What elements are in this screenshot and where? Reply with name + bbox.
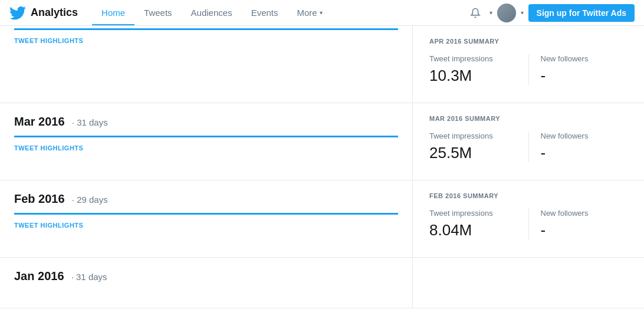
metric-followers-feb: New followers - — [528, 209, 628, 239]
summary-title-feb: FEB 2016 SUMMARY — [429, 192, 627, 199]
metric-value-impressions-feb: 8.04M — [429, 221, 517, 239]
notifications-btn[interactable] — [466, 4, 485, 22]
tweet-highlights-mar[interactable]: TWEET HIGHLIGHTS — [14, 144, 398, 152]
metrics-feb: Tweet impressions 8.04M New followers - — [429, 209, 627, 239]
month-left-feb: Feb 2016 · 29 days TWEET HIGHLIGHTS — [0, 180, 413, 257]
nav-home[interactable]: Home — [92, 1, 134, 25]
metric-value-followers-feb: - — [541, 221, 628, 239]
month-section-mar: Mar 2016 · 31 days TWEET HIGHLIGHTS MAR … — [0, 103, 644, 180]
logo[interactable]: Analytics — [9, 6, 78, 20]
nav-more[interactable]: More ▾ — [288, 1, 332, 25]
avatar[interactable] — [497, 4, 516, 22]
metric-label-followers-feb: New followers — [541, 209, 628, 218]
main-nav: Home Tweets Audiences Events More ▾ — [92, 1, 466, 25]
header-right: ▾ ▾ Sign up for Twitter Ads — [466, 4, 635, 22]
metric-followers-apr: New followers - — [528, 54, 628, 85]
metric-impressions-feb: Tweet impressions 8.04M — [429, 209, 528, 239]
metrics-mar: Tweet impressions 25.5M New followers - — [429, 131, 627, 162]
month-left-apr: TWEET HIGHLIGHTS — [0, 26, 413, 103]
brand-name: Analytics — [31, 6, 78, 19]
month-section-jan: Jan 2016 · 31 days — [0, 258, 644, 308]
metric-value-impressions-apr: 10.3M — [429, 67, 517, 85]
blue-bar-mar — [14, 136, 398, 137]
notifications-chevron-icon: ▾ — [489, 9, 492, 16]
month-right-jan — [413, 258, 644, 308]
metric-value-followers-apr: - — [541, 67, 628, 85]
metrics-apr: Tweet impressions 10.3M New followers - — [429, 54, 627, 85]
month-left-mar: Mar 2016 · 31 days TWEET HIGHLIGHTS — [0, 103, 413, 180]
metric-label-followers-mar: New followers — [541, 131, 628, 140]
blue-bar-apr — [14, 28, 398, 30]
nav-events[interactable]: Events — [242, 1, 288, 25]
more-chevron-icon: ▾ — [320, 9, 323, 16]
metric-label-impressions-apr: Tweet impressions — [429, 54, 517, 63]
tweet-highlights-apr[interactable]: TWEET HIGHLIGHTS — [14, 37, 398, 44]
metric-value-impressions-mar: 25.5M — [429, 144, 517, 162]
month-title-feb: Feb 2016 · 29 days — [14, 192, 398, 206]
month-section-feb: Feb 2016 · 29 days TWEET HIGHLIGHTS FEB … — [0, 180, 644, 258]
signup-button[interactable]: Sign up for Twitter Ads — [528, 4, 635, 22]
summary-title-mar: MAR 2016 SUMMARY — [429, 115, 627, 122]
month-right-mar: MAR 2016 SUMMARY Tweet impressions 25.5M… — [413, 103, 644, 180]
metric-label-impressions-mar: Tweet impressions — [429, 131, 517, 140]
tweet-highlights-feb[interactable]: TWEET HIGHLIGHTS — [14, 222, 398, 229]
avatar-chevron-icon: ▾ — [521, 9, 524, 16]
metric-followers-mar: New followers - — [528, 131, 628, 162]
metric-label-followers-apr: New followers — [541, 54, 628, 63]
month-right-feb: FEB 2016 SUMMARY Tweet impressions 8.04M… — [413, 180, 644, 257]
summary-title-apr: APR 2016 SUMMARY — [429, 38, 627, 45]
blue-bar-feb — [14, 213, 398, 215]
metric-impressions-mar: Tweet impressions 25.5M — [429, 131, 528, 162]
metric-impressions-apr: Tweet impressions 10.3M — [429, 54, 528, 85]
nav-audiences[interactable]: Audiences — [182, 1, 242, 25]
month-left-jan: Jan 2016 · 31 days — [0, 258, 413, 308]
month-title-mar: Mar 2016 · 31 days — [14, 115, 398, 129]
avatar-image — [497, 4, 516, 22]
month-title-jan: Jan 2016 · 31 days — [14, 269, 398, 283]
header: Analytics Home Tweets Audiences Events M… — [0, 0, 644, 26]
nav-tweets[interactable]: Tweets — [134, 1, 182, 25]
month-right-apr: APR 2016 SUMMARY Tweet impressions 10.3M… — [413, 26, 644, 103]
month-section-apr: TWEET HIGHLIGHTS APR 2016 SUMMARY Tweet … — [0, 26, 644, 103]
main-content: TWEET HIGHLIGHTS APR 2016 SUMMARY Tweet … — [0, 26, 644, 308]
twitter-bird-icon — [9, 6, 26, 20]
bell-icon — [470, 8, 481, 18]
metric-label-impressions-feb: Tweet impressions — [429, 209, 517, 218]
metric-value-followers-mar: - — [541, 144, 628, 162]
